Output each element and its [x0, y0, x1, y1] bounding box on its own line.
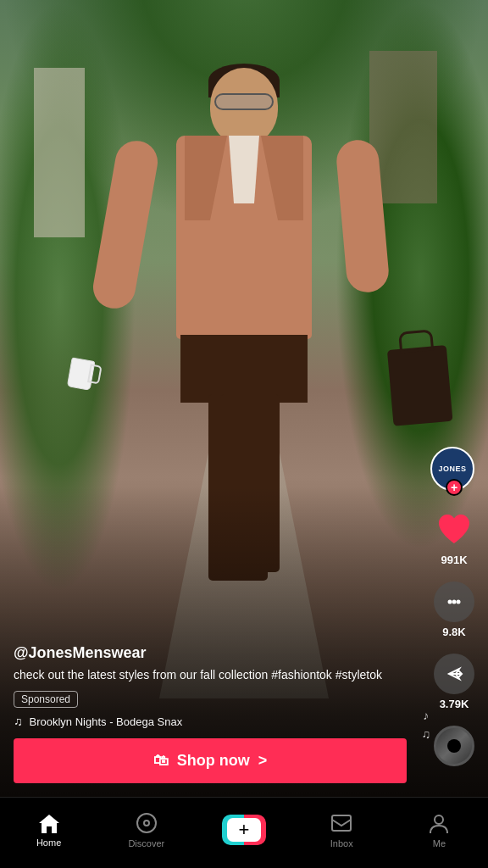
music-note-2: ♫: [422, 727, 431, 741]
heart-icon: [435, 513, 473, 547]
home-icon: [37, 812, 61, 834]
like-count: 991K: [441, 554, 467, 566]
create-button[interactable]: +: [222, 815, 266, 845]
avatar-brand-text: JONES: [438, 465, 466, 474]
nav-item-discover[interactable]: Discover: [97, 811, 195, 849]
svg-rect-7: [332, 815, 351, 831]
inbox-label: Inbox: [330, 838, 353, 849]
right-sidebar: JONES + 991K 9.8K: [430, 447, 478, 766]
nav-item-home[interactable]: Home: [0, 812, 97, 848]
username[interactable]: @JonesMenswear: [14, 644, 407, 662]
nav-item-me[interactable]: Me: [391, 811, 488, 849]
building-left: [34, 68, 85, 237]
comment-count: 9.8K: [442, 626, 465, 638]
svg-point-6: [144, 821, 149, 826]
comment-button[interactable]: [434, 581, 474, 622]
music-info-row: ♫ Brooklyn Nights - Bodega Snax: [14, 715, 407, 728]
music-disc-center: [447, 739, 461, 753]
svg-point-8: [435, 815, 443, 824]
description: check out the latest styles from our fal…: [14, 667, 407, 684]
like-button[interactable]: [434, 509, 474, 550]
avatar-container[interactable]: JONES +: [430, 447, 478, 491]
music-note-1: ♪: [423, 709, 429, 722]
music-text: Brooklyn Nights - Bodega Snax: [30, 715, 183, 728]
floating-music-notes: ♪ ♫: [422, 709, 431, 741]
comment-action[interactable]: 9.8K: [434, 581, 474, 638]
comment-icon: [442, 590, 466, 614]
share-button[interactable]: [434, 654, 474, 694]
svg-point-5: [137, 814, 156, 832]
shop-now-button[interactable]: 🛍 Shop now >: [14, 738, 407, 783]
shop-now-arrow: >: [258, 752, 268, 770]
share-count: 3.79K: [440, 698, 469, 710]
content-area: @JonesMenswear check out the latest styl…: [0, 644, 420, 783]
nav-item-create[interactable]: +: [195, 815, 292, 845]
discover-icon: [135, 811, 158, 835]
home-label: Home: [36, 837, 61, 848]
svg-point-0: [448, 600, 452, 604]
me-label: Me: [433, 838, 446, 849]
me-icon: [427, 811, 451, 835]
shop-bag-icon: 🛍: [153, 752, 169, 770]
shop-now-label: Shop now: [177, 752, 250, 770]
music-note-icon: ♫: [14, 715, 23, 728]
share-icon: [442, 662, 466, 686]
inbox-icon: [330, 811, 353, 835]
svg-point-1: [452, 600, 457, 604]
svg-point-2: [457, 600, 461, 604]
share-action[interactable]: 3.79K: [434, 654, 474, 710]
sponsored-badge: Sponsored: [14, 691, 78, 708]
bottom-navigation: Home Discover + Inbox Me: [0, 797, 488, 868]
create-btn-center: +: [227, 818, 261, 842]
create-plus-symbol: +: [239, 821, 250, 839]
avatar-follow-button[interactable]: +: [446, 479, 463, 496]
like-action[interactable]: 991K: [434, 509, 474, 566]
nav-item-inbox[interactable]: Inbox: [293, 811, 391, 849]
music-disc[interactable]: [434, 726, 474, 766]
discover-label: Discover: [128, 838, 164, 849]
